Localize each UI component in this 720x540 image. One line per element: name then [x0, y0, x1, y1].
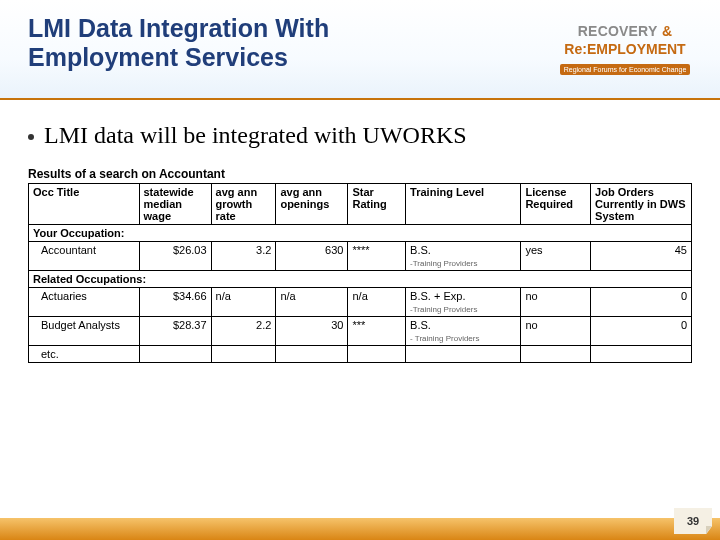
cell-wage: $28.37 — [139, 317, 211, 346]
cell-wage: $26.03 — [139, 242, 211, 271]
section-your-occupation-label: Your Occupation: — [29, 225, 692, 242]
training-degree: B.S. — [410, 244, 431, 256]
col-occ-title: Occ Title — [29, 184, 140, 225]
slide: LMI Data Integration With Employment Ser… — [0, 0, 720, 540]
cell-openings: 630 — [276, 242, 348, 271]
recovery-logo: RECOVERY & Re:EMPLOYMENT Regional Forums… — [550, 22, 700, 76]
table-row-etc: etc. — [29, 346, 692, 363]
cell-training: B.S. + Exp. -Training Providers — [406, 288, 521, 317]
cell-etc: etc. — [29, 346, 140, 363]
logo-word-recovery: RECOVERY — [578, 23, 658, 39]
table-header-row: Occ Title statewide median wage avg ann … — [29, 184, 692, 225]
training-degree: B.S. + Exp. — [410, 290, 465, 302]
logo-amp: & — [662, 23, 672, 39]
results-table: Occ Title statewide median wage avg ann … — [28, 183, 692, 363]
training-providers-note: -Training Providers — [410, 305, 477, 314]
col-license: License Required — [521, 184, 591, 225]
col-openings: avg ann openings — [276, 184, 348, 225]
cell-wage: $34.66 — [139, 288, 211, 317]
table-row: Accountant $26.03 3.2 630 **** B.S. -Tra… — [29, 242, 692, 271]
col-job-orders: Job Orders Currently in DWS System — [591, 184, 692, 225]
training-providers-note: - Training Providers — [410, 334, 479, 343]
col-median-wage: statewide median wage — [139, 184, 211, 225]
cell-training: B.S. - Training Providers — [406, 317, 521, 346]
cell-occ: Actuaries — [29, 288, 140, 317]
page-number: 39 — [687, 515, 699, 527]
cell-training: B.S. -Training Providers — [406, 242, 521, 271]
cell-license: no — [521, 288, 591, 317]
slide-title: LMI Data Integration With Employment Ser… — [28, 14, 448, 72]
col-training-level: Training Level — [406, 184, 521, 225]
logo-subtitle: Regional Forums for Economic Change — [560, 64, 691, 75]
col-growth-rate: avg ann growth rate — [211, 184, 276, 225]
cell-job-orders: 0 — [591, 317, 692, 346]
bullet-dot-icon — [28, 134, 34, 140]
section-related-label: Related Occupations: — [29, 271, 692, 288]
training-degree: B.S. — [410, 319, 431, 331]
cell-star: n/a — [348, 288, 406, 317]
training-providers-note: -Training Providers — [410, 259, 477, 268]
cell-star: *** — [348, 317, 406, 346]
cell-star: **** — [348, 242, 406, 271]
cell-growth: 2.2 — [211, 317, 276, 346]
cell-license: yes — [521, 242, 591, 271]
page-number-sticky: 39 — [674, 508, 712, 534]
cell-growth: n/a — [211, 288, 276, 317]
table-row: Budget Analysts $28.37 2.2 30 *** B.S. -… — [29, 317, 692, 346]
logo-word-reemployment: Re:EMPLOYMENT — [564, 41, 685, 57]
cell-job-orders: 45 — [591, 242, 692, 271]
cell-openings: n/a — [276, 288, 348, 317]
slide-header: LMI Data Integration With Employment Ser… — [0, 0, 720, 100]
search-results-caption: Results of a search on Accountant — [28, 167, 692, 181]
cell-job-orders: 0 — [591, 288, 692, 317]
cell-growth: 3.2 — [211, 242, 276, 271]
cell-occ: Accountant — [29, 242, 140, 271]
cell-openings: 30 — [276, 317, 348, 346]
cell-occ: Budget Analysts — [29, 317, 140, 346]
section-related-occupations: Related Occupations: — [29, 271, 692, 288]
slide-body: LMI data will be integrated with UWORKS … — [0, 100, 720, 363]
bullet-text: LMI data will be integrated with UWORKS — [44, 122, 467, 149]
table-row: Actuaries $34.66 n/a n/a n/a B.S. + Exp.… — [29, 288, 692, 317]
col-star-rating: Star Rating — [348, 184, 406, 225]
section-your-occupation: Your Occupation: — [29, 225, 692, 242]
bullet-item: LMI data will be integrated with UWORKS — [28, 122, 692, 149]
cell-license: no — [521, 317, 591, 346]
slide-footer-bar — [0, 518, 720, 540]
